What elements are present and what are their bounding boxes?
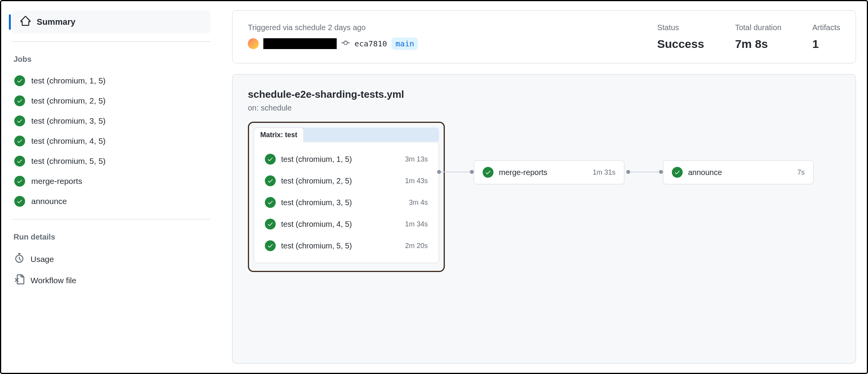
job-label: merge-reports	[31, 177, 82, 186]
job-node-announce[interactable]: announce 7s	[663, 160, 814, 184]
duration-value: 7m 8s	[735, 37, 782, 51]
file-code-icon	[14, 274, 24, 286]
matrix-job-row[interactable]: test (chromium, 3, 5) 3m 4s	[258, 192, 435, 213]
matrix-group: Matrix: test test (chromium, 1, 5) 3m 13…	[248, 122, 445, 272]
run-summary-card: Triggered via schedule 2 days ago eca781…	[232, 10, 856, 63]
check-circle-icon	[265, 219, 276, 230]
workflow-file-label: Workflow file	[31, 276, 76, 285]
sidebar-job-item[interactable]: test (chromium, 4, 5)	[12, 131, 210, 151]
workflow-title: schedule-e2e-sharding-tests.yml	[248, 88, 840, 100]
matrix-job-row[interactable]: test (chromium, 5, 5) 2m 20s	[258, 235, 435, 257]
matrix-job-duration: 3m 13s	[405, 155, 428, 163]
usage-link[interactable]: Usage	[12, 248, 210, 270]
sidebar-job-item[interactable]: merge-reports	[12, 171, 210, 191]
matrix-job-row[interactable]: test (chromium, 2, 5) 1m 43s	[258, 170, 435, 192]
duration-label: Total duration	[735, 23, 782, 32]
sidebar-job-item[interactable]: test (chromium, 3, 5)	[12, 111, 210, 131]
node-name: merge-reports	[499, 168, 587, 177]
sidebar-job-item[interactable]: test (chromium, 2, 5)	[12, 91, 210, 111]
trigger-label: Triggered via schedule 2 days ago	[248, 23, 626, 32]
node-duration: 1m 31s	[593, 168, 615, 177]
main-content: Triggered via schedule 2 days ago eca781…	[221, 1, 867, 373]
sidebar-summary[interactable]: Summary	[12, 10, 210, 34]
graph-node-dot	[470, 170, 474, 174]
summary-label: Summary	[37, 17, 75, 27]
job-label: test (chromium, 2, 5)	[31, 96, 106, 105]
workflow-graph-panel: schedule-e2e-sharding-tests.yml on: sche…	[232, 74, 856, 364]
status-label: Status	[657, 23, 704, 32]
matrix-job-name: test (chromium, 3, 5)	[281, 198, 403, 207]
matrix-job-name: test (chromium, 1, 5)	[281, 155, 400, 164]
matrix-job-row[interactable]: test (chromium, 1, 5) 3m 13s	[258, 148, 435, 170]
matrix-job-duration: 3m 4s	[409, 199, 428, 207]
check-circle-icon	[14, 95, 25, 106]
job-label: test (chromium, 1, 5)	[31, 76, 106, 85]
matrix-job-duration: 1m 43s	[405, 177, 428, 185]
run-details-label: Run details	[12, 229, 210, 248]
matrix-job-name: test (chromium, 2, 5)	[281, 177, 400, 185]
commit-sha[interactable]: eca7810	[354, 39, 387, 48]
graph-node-dot	[437, 170, 441, 174]
matrix-tab[interactable]: Matrix: test	[254, 128, 304, 142]
sidebar-job-item[interactable]: test (chromium, 1, 5)	[12, 71, 210, 91]
artifacts-label: Artifacts	[812, 23, 840, 32]
matrix-job-row[interactable]: test (chromium, 4, 5) 1m 34s	[258, 213, 435, 235]
jobs-section-label: Jobs	[12, 51, 210, 71]
job-node-merge-reports[interactable]: merge-reports 1m 31s	[474, 160, 624, 184]
check-circle-icon	[265, 197, 276, 208]
graph-node-dot	[626, 170, 630, 174]
matrix-job-name: test (chromium, 5, 5)	[281, 241, 400, 250]
stopwatch-icon	[14, 253, 24, 265]
check-circle-icon	[14, 176, 25, 187]
home-icon	[20, 16, 31, 28]
matrix-tab-shadow	[302, 128, 439, 141]
graph-connector	[441, 172, 472, 172]
graph-node-dot	[659, 170, 663, 174]
check-circle-icon	[14, 75, 25, 86]
check-circle-icon	[265, 154, 276, 165]
workflow-trigger: on: schedule	[248, 104, 840, 112]
artifacts-value: 1	[812, 37, 840, 51]
sidebar-job-item[interactable]: test (chromium, 5, 5)	[12, 151, 210, 171]
sidebar: Summary Jobs test (chromium, 1, 5) test …	[1, 1, 221, 373]
check-circle-icon	[14, 116, 25, 126]
check-circle-icon	[14, 156, 25, 167]
check-circle-icon	[483, 167, 493, 178]
job-label: test (chromium, 3, 5)	[31, 116, 106, 126]
check-circle-icon	[265, 240, 276, 251]
node-duration: 7s	[797, 168, 805, 177]
status-value: Success	[657, 37, 704, 51]
workflow-file-link[interactable]: Workflow file	[12, 270, 210, 291]
actor-name-redacted	[263, 38, 337, 49]
job-label: test (chromium, 4, 5)	[31, 136, 106, 146]
matrix-job-name: test (chromium, 4, 5)	[281, 220, 400, 229]
matrix-job-duration: 2m 20s	[405, 242, 428, 250]
job-label: announce	[31, 197, 67, 206]
check-circle-icon	[672, 167, 683, 178]
graph-connector	[630, 172, 661, 172]
divider	[12, 41, 210, 42]
branch-badge[interactable]: main	[392, 37, 418, 50]
job-label: test (chromium, 5, 5)	[31, 156, 106, 166]
check-circle-icon	[14, 136, 25, 146]
avatar-icon[interactable]	[248, 38, 259, 49]
check-circle-icon	[265, 175, 276, 186]
sidebar-job-item[interactable]: announce	[12, 191, 210, 211]
node-name: announce	[688, 168, 792, 177]
commit-icon	[341, 39, 350, 49]
check-circle-icon	[14, 196, 25, 207]
divider	[12, 219, 210, 219]
matrix-job-duration: 1m 34s	[405, 220, 428, 228]
usage-label: Usage	[31, 255, 54, 264]
